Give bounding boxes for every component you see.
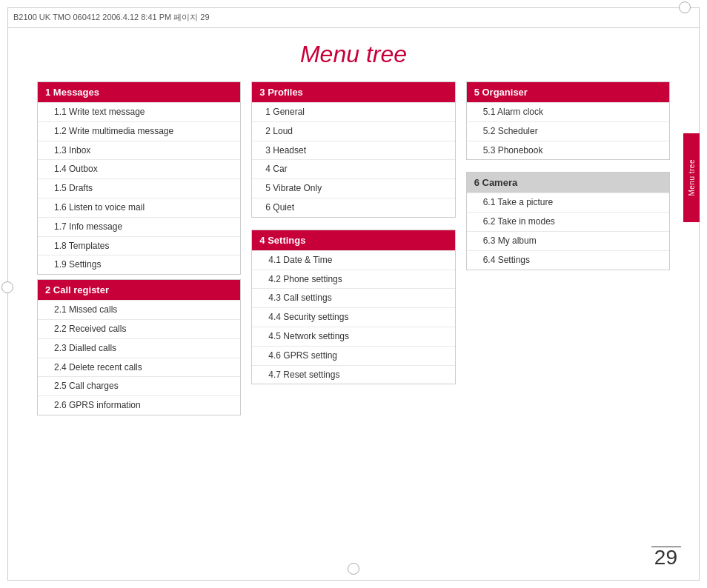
list-item: 3 Headset — [252, 141, 454, 160]
list-item: 1.4 Outbox — [38, 159, 240, 178]
list-item: 2 Loud — [252, 121, 454, 141]
header-text: B2100 UK TMO 060412 2006.4.12 8:41 PM 페이… — [13, 12, 210, 23]
list-item: 2.3 Dialled calls — [38, 338, 240, 358]
list-item: 4.6 GPRS setting — [252, 346, 454, 365]
list-item: 5.2 Scheduler — [467, 121, 669, 141]
list-item: 4.7 Reset settings — [252, 365, 454, 384]
list-item: 5 Vibrate Only — [252, 178, 454, 198]
spacer — [251, 222, 455, 230]
column-3: 5 Organiser 5.1 Alarm clock 5.2 Schedule… — [466, 81, 670, 529]
list-item: 1.6 Listen to voice mail — [38, 198, 240, 217]
list-item: 1.9 Settings — [38, 255, 240, 274]
section-organiser: 5 Organiser 5.1 Alarm clock 5.2 Schedule… — [466, 81, 670, 160]
content-area: 1 Messages 1.1 Write text message 1.2 Wr… — [37, 81, 670, 529]
list-item: 1.2 Write multimedia message — [38, 121, 240, 141]
list-item: 2.6 GPRS information — [38, 395, 240, 415]
list-item: 4.3 Call settings — [252, 288, 454, 307]
section-call-register: 2 Call register 2.1 Missed calls 2.2 Rec… — [37, 279, 241, 415]
list-item: 2.1 Missed calls — [38, 300, 240, 319]
list-item: 1.5 Drafts — [38, 178, 240, 198]
list-item: 6 Quiet — [252, 198, 454, 217]
list-item: 2.5 Call charges — [38, 376, 240, 395]
list-item: 1.3 Inbox — [38, 141, 240, 160]
section-header-call-register: 2 Call register — [38, 280, 240, 300]
page-number: 29 — [654, 546, 677, 569]
section-settings: 4 Settings 4.1 Date & Time 4.2 Phone set… — [251, 230, 455, 385]
section-header-settings: 4 Settings — [252, 230, 454, 250]
list-item: 1.7 Info message — [38, 217, 240, 236]
list-item: 6.4 Settings — [467, 250, 669, 270]
list-item: 2.2 Received calls — [38, 319, 240, 338]
section-header-camera: 6 Camera — [467, 173, 669, 193]
list-item: 5.3 Phonebook — [467, 141, 669, 160]
list-item: 4.4 Security settings — [252, 307, 454, 327]
section-header-profiles: 3 Profiles — [252, 82, 454, 102]
side-tab: Menu tree — [683, 133, 700, 222]
section-camera: 6 Camera 6.1 Take a picture 6.2 Take in … — [466, 172, 670, 270]
list-item: 1 General — [252, 102, 454, 121]
list-item: 4.5 Network settings — [252, 327, 454, 346]
header-bar: B2100 UK TMO 060412 2006.4.12 8:41 PM 페이… — [7, 7, 700, 28]
section-header-organiser: 5 Organiser — [467, 82, 669, 102]
list-item: 5.1 Alarm clock — [467, 102, 669, 121]
column-2: 3 Profiles 1 General 2 Loud 3 Headset 4 … — [251, 81, 455, 529]
list-item: 6.1 Take a picture — [467, 193, 669, 212]
section-messages: 1 Messages 1.1 Write text message 1.2 Wr… — [37, 81, 241, 275]
reg-mark-left-mid — [1, 281, 13, 293]
reg-mark-bottom-mid — [348, 563, 359, 575]
list-item: 6.2 Take in modes — [467, 212, 669, 231]
column-1: 1 Messages 1.1 Write text message 1.2 Wr… — [37, 81, 241, 529]
side-tab-label: Menu tree — [688, 159, 696, 196]
list-item: 4.2 Phone settings — [252, 270, 454, 289]
spacer — [466, 164, 670, 172]
list-item: 4.1 Date & Time — [252, 250, 454, 270]
list-item: 4 Car — [252, 159, 454, 178]
page-title: Menu tree — [0, 41, 707, 68]
section-profiles: 3 Profiles 1 General 2 Loud 3 Headset 4 … — [251, 81, 455, 218]
list-item: 2.4 Delete recent calls — [38, 358, 240, 377]
list-item: 6.3 My album — [467, 231, 669, 250]
list-item: 1.8 Templates — [38, 236, 240, 255]
section-header-messages: 1 Messages — [38, 82, 240, 102]
list-item: 1.1 Write text message — [38, 102, 240, 121]
